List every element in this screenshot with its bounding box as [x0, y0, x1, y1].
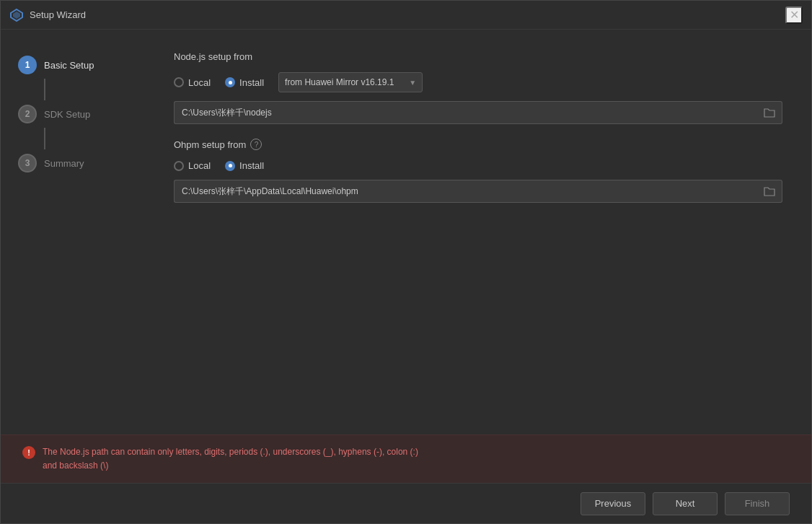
ohpm-section-title: Ohpm setup from [174, 139, 246, 150]
nodejs-install-radio-inner [229, 81, 232, 84]
setup-wizard-dialog: Setup Wizard ✕ 1 Basic Setup 2 SDK Setup [0, 0, 812, 524]
error-bar: ! The Node.js path can contain only lett… [1, 435, 811, 483]
main-panel: Node.js setup from Local Install from Hu… [152, 30, 811, 435]
step-connector-1 [44, 79, 45, 100]
nodejs-mirror-dropdown[interactable]: from Huawei Mirror v16.19.1 ▼ [278, 72, 423, 92]
nodejs-local-radio[interactable] [174, 77, 184, 87]
ohpm-title-row: Ohpm setup from ? [174, 139, 782, 150]
error-icon: ! [22, 446, 35, 459]
nodejs-section-title: Node.js setup from [174, 51, 782, 62]
svg-marker-1 [13, 12, 20, 19]
step-3-circle: 3 [18, 154, 37, 173]
ohpm-install-radio-inner [229, 164, 232, 167]
error-text: The Node.js path can contain only letter… [43, 445, 418, 473]
nodejs-browse-button[interactable] [756, 101, 782, 124]
ohpm-install-radio[interactable] [225, 161, 235, 171]
ohpm-local-radio[interactable] [174, 161, 184, 171]
nodejs-path-input[interactable] [174, 101, 756, 124]
nodejs-install-option[interactable]: Install [225, 77, 264, 88]
nodejs-path-row [174, 101, 782, 124]
app-icon [9, 8, 24, 22]
nodejs-local-option[interactable]: Local [174, 77, 211, 88]
step-1-circle: 1 [18, 56, 37, 74]
close-button[interactable]: ✕ [785, 6, 803, 24]
footer: Previous Next Finish [1, 483, 811, 523]
step-2-item: 2 SDK Setup [18, 100, 152, 128]
nodejs-local-label: Local [188, 77, 211, 88]
titlebar-title: Setup Wizard [30, 9, 86, 20]
ohpm-radio-group: Local Install [174, 160, 782, 171]
nodejs-dropdown-value: from Huawei Mirror v16.19.1 [285, 77, 394, 87]
step-3-item: 3 Summary [18, 149, 152, 177]
nodejs-install-label: Install [239, 77, 264, 88]
sidebar: 1 Basic Setup 2 SDK Setup 3 Summary [1, 30, 152, 435]
folder-icon [764, 108, 775, 118]
previous-button[interactable]: Previous [581, 492, 645, 515]
nodejs-install-radio[interactable] [225, 77, 235, 87]
step-1-item: 1 Basic Setup [18, 51, 152, 79]
titlebar: Setup Wizard ✕ [1, 1, 811, 30]
ohpm-path-input[interactable] [174, 180, 756, 203]
ohpm-local-label: Local [188, 160, 211, 171]
chevron-down-icon: ▼ [409, 79, 416, 87]
ohpm-browse-button[interactable] [756, 180, 782, 203]
ohpm-local-option[interactable]: Local [174, 160, 211, 171]
step-2-label: SDK Setup [44, 109, 90, 120]
content-area: 1 Basic Setup 2 SDK Setup 3 Summary [1, 30, 811, 435]
nodejs-radio-group: Local Install from Huawei Mirror v16.19.… [174, 72, 782, 92]
finish-button[interactable]: Finish [725, 492, 790, 515]
step-3-label: Summary [44, 158, 84, 169]
next-button[interactable]: Next [653, 492, 718, 515]
folder-icon [764, 186, 775, 196]
ohpm-path-row [174, 180, 782, 203]
ohpm-install-label: Install [239, 160, 264, 171]
step-2-circle: 2 [18, 105, 37, 123]
step-1-label: Basic Setup [44, 60, 94, 71]
ohpm-install-option[interactable]: Install [225, 160, 264, 171]
ohpm-help-icon[interactable]: ? [250, 139, 262, 150]
step-connector-2 [44, 128, 45, 149]
